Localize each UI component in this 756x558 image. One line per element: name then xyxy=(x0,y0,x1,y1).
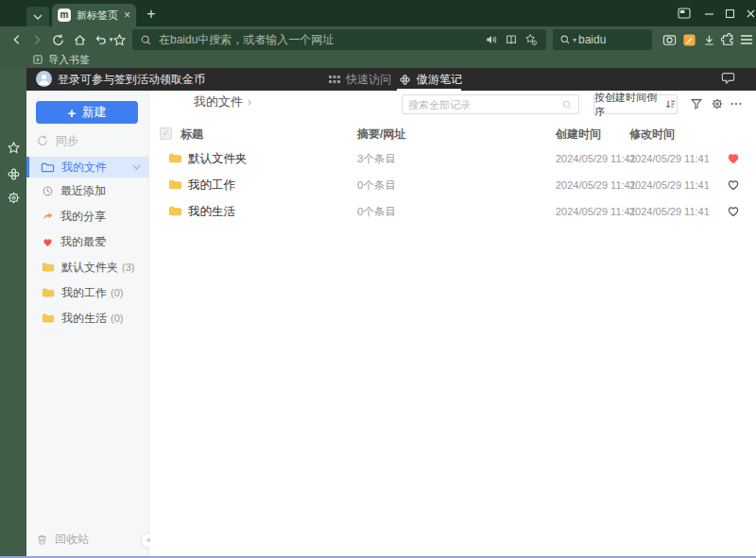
speech-bubble-icon xyxy=(721,72,735,85)
folder-icon xyxy=(168,151,182,165)
tab-maxthon-notes[interactable]: 傲游笔记 xyxy=(399,68,462,91)
table-row[interactable]: 我的工作 0个条目 2024/05/29 11:41 2024/05/29 11… xyxy=(150,172,756,198)
view-settings-button[interactable] xyxy=(710,96,725,111)
favorite-page-button[interactable] xyxy=(111,31,128,48)
import-bookmarks-button[interactable]: 导入书签 xyxy=(32,52,90,67)
sidebar-item-my-shares[interactable]: 我的分享 xyxy=(26,206,149,227)
heart-icon xyxy=(42,236,54,248)
import-bookmarks-icon xyxy=(32,54,43,65)
maxthon-logo-icon: m xyxy=(58,8,71,22)
table-header: ✓ 标题 摘要/网址 创建时间 修改时间 xyxy=(150,125,756,144)
import-bookmarks-label: 导入书签 xyxy=(48,53,90,67)
favorites-panel-button[interactable] xyxy=(5,139,22,156)
row-title[interactable]: 默认文件夹 xyxy=(188,145,248,172)
folder-icon xyxy=(42,286,55,299)
favorite-heart-icon[interactable] xyxy=(726,151,741,165)
sidebar-item-my-favorites[interactable]: 我的最爱 xyxy=(26,231,149,252)
select-all-checkbox[interactable]: ✓ xyxy=(160,127,172,140)
row-modified: 2024/05/29 11:41 xyxy=(629,145,710,172)
row-title[interactable]: 我的生活 xyxy=(188,198,235,225)
downloads-button[interactable] xyxy=(700,31,717,48)
new-note-label: 新建 xyxy=(81,104,106,121)
browser-tab-new-page[interactable]: m 新标签页 × xyxy=(52,4,136,26)
sort-icon xyxy=(664,98,677,110)
sidebar-item-my-life[interactable]: 我的生活 (0) xyxy=(26,308,149,329)
person-icon xyxy=(36,71,52,87)
new-tab-button[interactable]: + xyxy=(142,5,161,24)
row-created: 2024/05/29 11:41 xyxy=(556,145,636,172)
notes-search-field[interactable] xyxy=(402,94,579,114)
sidebar-item-default-folder[interactable]: 默认文件夹 (3) xyxy=(26,257,149,278)
address-input[interactable] xyxy=(159,33,479,46)
search-engine-box[interactable]: ▾ xyxy=(553,29,652,50)
grid-icon xyxy=(329,75,340,84)
login-banner[interactable]: 登录可参与签到活动领取金币 xyxy=(58,68,205,91)
breadcrumb-arrow-icon: › xyxy=(248,95,251,109)
download-icon xyxy=(702,33,716,47)
refresh-button[interactable] xyxy=(49,31,66,48)
row-title[interactable]: 我的工作 xyxy=(188,172,235,198)
sync-button[interactable]: 同步 xyxy=(26,130,149,151)
minimize-icon xyxy=(704,8,714,19)
back-button[interactable] xyxy=(9,31,26,48)
menu-button[interactable] xyxy=(738,31,755,48)
column-summary[interactable]: 摘要/网址 xyxy=(357,125,405,144)
tab-quick-access[interactable]: 快速访问 xyxy=(329,68,391,91)
notes-panel-button[interactable] xyxy=(5,165,22,182)
sidebar-item-my-work[interactable]: 我的工作 (0) xyxy=(26,282,149,303)
notes-search-input[interactable] xyxy=(408,99,561,110)
tab-quick-access-label: 快速访问 xyxy=(346,72,391,88)
home-icon xyxy=(73,33,87,47)
search-engine-input[interactable] xyxy=(578,33,645,46)
recycle-bin-button[interactable]: 回收站 xyxy=(26,529,149,550)
sidebar-item-recently-added[interactable]: 最近添加 xyxy=(26,180,149,201)
search-icon xyxy=(140,34,152,46)
favorite-heart-icon[interactable] xyxy=(726,204,741,218)
extensions-button[interactable] xyxy=(719,31,736,48)
maximize-button[interactable] xyxy=(718,0,741,26)
column-title[interactable]: 标题 xyxy=(180,125,203,144)
avatar[interactable] xyxy=(36,71,52,87)
table-row[interactable]: 我的生活 0个条目 2024/05/29 11:41 2024/05/29 11… xyxy=(150,198,756,225)
feedback-button[interactable] xyxy=(721,72,735,85)
read-aloud-button[interactable] xyxy=(484,32,499,47)
reading-mode-button[interactable] xyxy=(504,32,519,47)
row-modified: 2024/05/29 11:41 xyxy=(629,172,710,198)
more-options-button[interactable] xyxy=(729,96,744,111)
notes-icon xyxy=(682,33,696,47)
breadcrumb[interactable]: 我的文件 › xyxy=(194,93,251,110)
new-note-button[interactable]: + 新建 xyxy=(36,101,138,124)
minimize-button[interactable] xyxy=(697,0,720,26)
plus-icon: + xyxy=(68,105,77,121)
engine-dropdown-caret[interactable]: ▾ xyxy=(573,36,576,44)
notes-button[interactable] xyxy=(680,31,697,48)
table-row[interactable]: 默认文件夹 3个条目 2024/05/29 11:41 2024/05/29 1… xyxy=(150,145,756,172)
page-header: 登录可参与签到活动领取金币 快速访问 傲游笔记 xyxy=(26,68,756,91)
close-window-button[interactable] xyxy=(739,0,756,26)
trash-icon xyxy=(36,533,48,546)
home-button[interactable] xyxy=(71,31,88,48)
undo-icon xyxy=(94,33,108,47)
tab-close-icon[interactable]: × xyxy=(120,9,130,21)
share-icon xyxy=(42,211,54,223)
column-created[interactable]: 创建时间 xyxy=(556,125,601,144)
boss-layout-button[interactable] xyxy=(673,0,696,26)
refresh-icon xyxy=(51,33,65,47)
settings-panel-button[interactable] xyxy=(5,189,22,206)
row-created: 2024/05/29 11:41 xyxy=(556,172,636,198)
tab-list-button[interactable] xyxy=(26,7,49,26)
bookmark-settings-button[interactable] xyxy=(524,32,539,47)
column-modified[interactable]: 修改时间 xyxy=(629,125,675,144)
folder-icon xyxy=(168,204,182,218)
gear-icon xyxy=(7,191,21,205)
favorite-heart-icon[interactable] xyxy=(726,178,741,192)
chevron-down-icon[interactable] xyxy=(132,164,141,170)
sort-order-button[interactable]: 按创建时间倒序 xyxy=(593,94,678,114)
notes-main: 我的文件 › 按创建时间倒序 ✓ 标题 摘要/网址 创建时间 修改时间 xyxy=(150,91,756,556)
reading-mode-icon xyxy=(505,33,518,46)
filter-button[interactable] xyxy=(689,96,704,111)
address-bar[interactable] xyxy=(132,29,546,50)
screenshot-button[interactable] xyxy=(661,31,678,48)
sidebar-item-my-files[interactable]: 我的文件 xyxy=(26,157,149,178)
forward-button[interactable] xyxy=(28,31,45,48)
